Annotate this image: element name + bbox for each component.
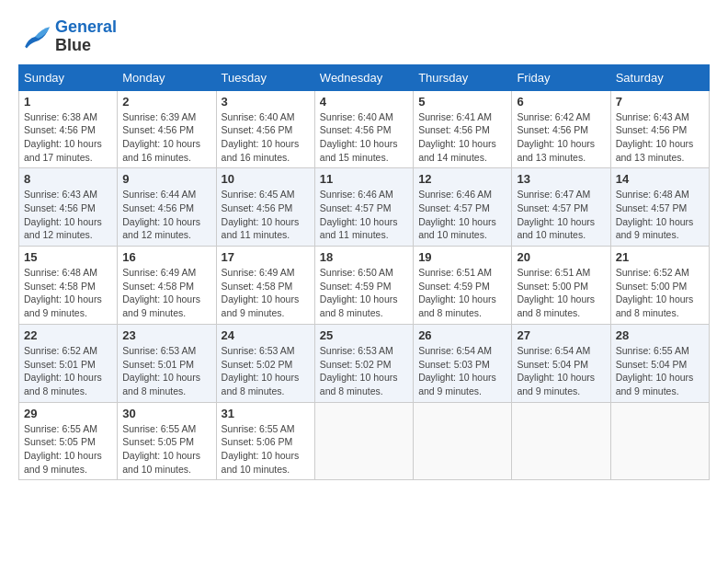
calendar-table: SundayMondayTuesdayWednesdayThursdayFrid…	[18, 64, 710, 481]
day-info: Sunrise: 6:45 AM Sunset: 4:56 PM Dayligh…	[222, 188, 310, 242]
calendar-cell: 5Sunrise: 6:41 AM Sunset: 4:56 PM Daylig…	[414, 90, 512, 168]
logo: GeneralBlue	[18, 18, 117, 55]
day-info: Sunrise: 6:55 AM Sunset: 5:04 PM Dayligh…	[616, 344, 704, 398]
day-number: 12	[418, 172, 506, 186]
day-number: 16	[122, 250, 210, 264]
day-number: 7	[616, 95, 704, 109]
calendar-cell: 21Sunrise: 6:52 AM Sunset: 5:00 PM Dayli…	[610, 247, 709, 325]
calendar-cell: 25Sunrise: 6:53 AM Sunset: 5:02 PM Dayli…	[314, 324, 413, 402]
calendar-cell: 13Sunrise: 6:47 AM Sunset: 4:57 PM Dayli…	[512, 168, 610, 247]
day-number: 14	[616, 172, 704, 186]
calendar-cell: 3Sunrise: 6:40 AM Sunset: 4:56 PM Daylig…	[216, 90, 314, 168]
day-number: 29	[24, 407, 112, 420]
day-info: Sunrise: 6:49 AM Sunset: 4:58 PM Dayligh…	[122, 266, 210, 320]
day-info: Sunrise: 6:43 AM Sunset: 4:56 PM Dayligh…	[616, 110, 704, 165]
day-number: 6	[517, 95, 605, 109]
day-number: 1	[24, 95, 112, 109]
calendar-cell: 22Sunrise: 6:52 AM Sunset: 5:01 PM Dayli…	[19, 324, 118, 402]
calendar-cell: 24Sunrise: 6:53 AM Sunset: 5:02 PM Dayli…	[216, 324, 314, 402]
weekday-header-wednesday: Wednesday	[314, 64, 413, 90]
day-number: 25	[320, 328, 408, 342]
day-number: 22	[24, 328, 112, 342]
day-info: Sunrise: 6:39 AM Sunset: 4:56 PM Dayligh…	[122, 110, 210, 165]
calendar-cell	[414, 402, 512, 480]
calendar-cell: 6Sunrise: 6:42 AM Sunset: 4:56 PM Daylig…	[512, 90, 610, 168]
day-info: Sunrise: 6:44 AM Sunset: 4:56 PM Dayligh…	[122, 188, 210, 242]
day-info: Sunrise: 6:51 AM Sunset: 4:59 PM Dayligh…	[418, 266, 506, 320]
calendar-cell: 14Sunrise: 6:48 AM Sunset: 4:57 PM Dayli…	[610, 168, 709, 247]
day-number: 11	[320, 172, 408, 186]
calendar-week-2: 8Sunrise: 6:43 AM Sunset: 4:56 PM Daylig…	[19, 168, 710, 247]
day-info: Sunrise: 6:46 AM Sunset: 4:57 PM Dayligh…	[320, 188, 408, 242]
calendar-week-4: 22Sunrise: 6:52 AM Sunset: 5:01 PM Dayli…	[19, 324, 710, 402]
calendar-cell: 18Sunrise: 6:50 AM Sunset: 4:59 PM Dayli…	[314, 247, 413, 325]
calendar-cell: 16Sunrise: 6:49 AM Sunset: 4:58 PM Dayli…	[118, 247, 216, 325]
calendar-cell	[610, 402, 709, 480]
calendar-cell: 7Sunrise: 6:43 AM Sunset: 4:56 PM Daylig…	[610, 90, 709, 168]
day-info: Sunrise: 6:42 AM Sunset: 4:56 PM Dayligh…	[517, 110, 605, 165]
day-info: Sunrise: 6:50 AM Sunset: 4:59 PM Dayligh…	[320, 266, 408, 320]
day-info: Sunrise: 6:55 AM Sunset: 5:05 PM Dayligh…	[24, 422, 112, 477]
weekday-header-thursday: Thursday	[414, 64, 512, 90]
calendar-cell: 26Sunrise: 6:54 AM Sunset: 5:03 PM Dayli…	[414, 324, 512, 402]
day-number: 3	[222, 95, 310, 109]
day-number: 2	[122, 95, 210, 109]
weekday-header-friday: Friday	[512, 64, 610, 90]
calendar-cell: 2Sunrise: 6:39 AM Sunset: 4:56 PM Daylig…	[118, 90, 216, 168]
weekday-header-sunday: Sunday	[19, 64, 118, 90]
logo-bird-icon	[18, 23, 51, 51]
weekday-header-monday: Monday	[118, 64, 216, 90]
calendar-header-row: SundayMondayTuesdayWednesdayThursdayFrid…	[19, 64, 710, 90]
weekday-header-saturday: Saturday	[610, 64, 709, 90]
calendar-cell: 31Sunrise: 6:55 AM Sunset: 5:06 PM Dayli…	[216, 402, 314, 480]
calendar-cell: 10Sunrise: 6:45 AM Sunset: 4:56 PM Dayli…	[216, 168, 314, 247]
calendar-cell: 27Sunrise: 6:54 AM Sunset: 5:04 PM Dayli…	[512, 324, 610, 402]
calendar-cell	[314, 402, 413, 480]
calendar-cell: 9Sunrise: 6:44 AM Sunset: 4:56 PM Daylig…	[118, 168, 216, 247]
calendar-week-5: 29Sunrise: 6:55 AM Sunset: 5:05 PM Dayli…	[19, 402, 710, 480]
calendar-cell: 8Sunrise: 6:43 AM Sunset: 4:56 PM Daylig…	[19, 168, 118, 247]
day-number: 8	[24, 172, 112, 186]
day-number: 13	[517, 172, 605, 186]
day-info: Sunrise: 6:54 AM Sunset: 5:04 PM Dayligh…	[517, 344, 605, 398]
day-number: 19	[418, 250, 506, 264]
day-number: 18	[320, 250, 408, 264]
day-number: 27	[517, 328, 605, 342]
day-info: Sunrise: 6:53 AM Sunset: 5:01 PM Dayligh…	[122, 344, 210, 398]
calendar-cell: 20Sunrise: 6:51 AM Sunset: 5:00 PM Dayli…	[512, 247, 610, 325]
day-number: 20	[517, 250, 605, 264]
day-info: Sunrise: 6:38 AM Sunset: 4:56 PM Dayligh…	[24, 110, 112, 165]
calendar-cell	[512, 402, 610, 480]
day-number: 4	[320, 95, 408, 109]
calendar-cell: 28Sunrise: 6:55 AM Sunset: 5:04 PM Dayli…	[610, 324, 709, 402]
day-info: Sunrise: 6:43 AM Sunset: 4:56 PM Dayligh…	[24, 188, 112, 242]
day-info: Sunrise: 6:47 AM Sunset: 4:57 PM Dayligh…	[517, 188, 605, 242]
calendar-cell: 29Sunrise: 6:55 AM Sunset: 5:05 PM Dayli…	[19, 402, 118, 480]
day-number: 21	[616, 250, 704, 264]
day-number: 24	[222, 328, 310, 342]
logo-text: GeneralBlue	[55, 18, 117, 55]
day-number: 26	[418, 328, 506, 342]
weekday-header-tuesday: Tuesday	[216, 64, 314, 90]
calendar-week-3: 15Sunrise: 6:48 AM Sunset: 4:58 PM Dayli…	[19, 247, 710, 325]
calendar-cell: 17Sunrise: 6:49 AM Sunset: 4:58 PM Dayli…	[216, 247, 314, 325]
calendar-cell: 30Sunrise: 6:55 AM Sunset: 5:05 PM Dayli…	[118, 402, 216, 480]
calendar-cell: 12Sunrise: 6:46 AM Sunset: 4:57 PM Dayli…	[414, 168, 512, 247]
calendar-cell: 23Sunrise: 6:53 AM Sunset: 5:01 PM Dayli…	[118, 324, 216, 402]
page-header: GeneralBlue	[18, 18, 710, 55]
day-number: 10	[222, 172, 310, 186]
day-info: Sunrise: 6:40 AM Sunset: 4:56 PM Dayligh…	[320, 110, 408, 165]
day-info: Sunrise: 6:53 AM Sunset: 5:02 PM Dayligh…	[320, 344, 408, 398]
day-number: 9	[122, 172, 210, 186]
day-info: Sunrise: 6:55 AM Sunset: 5:05 PM Dayligh…	[122, 422, 210, 477]
calendar-cell: 19Sunrise: 6:51 AM Sunset: 4:59 PM Dayli…	[414, 247, 512, 325]
day-info: Sunrise: 6:52 AM Sunset: 5:00 PM Dayligh…	[616, 266, 704, 320]
calendar-cell: 11Sunrise: 6:46 AM Sunset: 4:57 PM Dayli…	[314, 168, 413, 247]
day-info: Sunrise: 6:54 AM Sunset: 5:03 PM Dayligh…	[418, 344, 506, 398]
day-number: 31	[222, 407, 310, 420]
day-number: 17	[222, 250, 310, 264]
calendar-cell: 15Sunrise: 6:48 AM Sunset: 4:58 PM Dayli…	[19, 247, 118, 325]
day-info: Sunrise: 6:46 AM Sunset: 4:57 PM Dayligh…	[418, 188, 506, 242]
day-info: Sunrise: 6:51 AM Sunset: 5:00 PM Dayligh…	[517, 266, 605, 320]
calendar-week-1: 1Sunrise: 6:38 AM Sunset: 4:56 PM Daylig…	[19, 90, 710, 168]
